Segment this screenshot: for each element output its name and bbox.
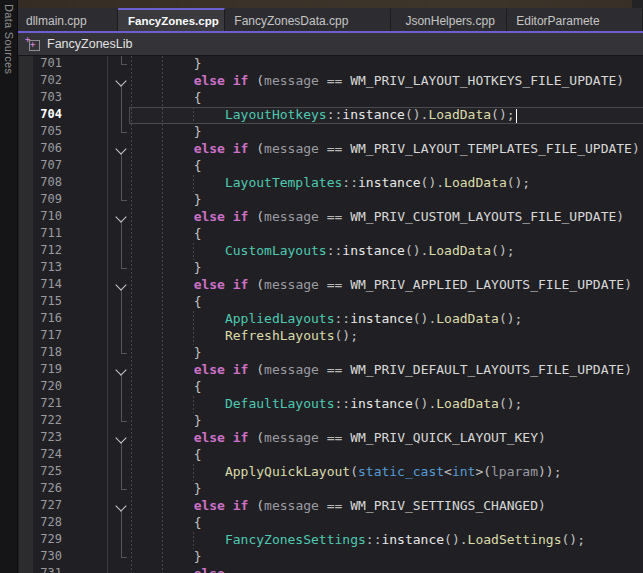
line-number: 721 [33,396,62,410]
code-line-720[interactable]: 720 { [17,379,643,396]
line-number: 717 [33,328,62,342]
line-number: 720 [33,379,62,393]
code-line-713[interactable]: 713 } [17,260,643,277]
code-line-730[interactable]: 730 } [17,549,643,566]
tab-editorparameters[interactable]: EditorParamete [507,8,643,31]
code-text: { [131,379,201,394]
code-text: } [131,192,201,207]
code-line-719[interactable]: 719 else if (message == WM_PRIV_DEFAULT_… [17,362,643,379]
fold-region-line [121,444,127,490]
code-text: LayoutHotkeys::instance().LoadData(); [131,107,517,123]
code-text: } [131,124,201,139]
code-line-710[interactable]: 710 else if (message == WM_PRIV_CUSTOM_L… [17,209,643,226]
code-line-701[interactable]: 701 } [17,56,643,73]
line-number: 713 [33,260,62,274]
side-tool-tab-label: Data Sources [3,4,15,74]
code-line-709[interactable]: 709 } [17,192,643,209]
code-line-727[interactable]: 727 else if (message == WM_PRIV_SETTINGS… [17,498,643,515]
line-number: 728 [33,515,62,529]
line-number: 712 [33,243,62,257]
tab-label: dllmain.cpp [26,14,87,28]
code-line-705[interactable]: 705 } [17,124,643,141]
code-line-718[interactable]: 718 } [17,345,643,362]
line-number: 706 [33,141,62,155]
tab-fancyzonesdata[interactable]: FancyZonesData.cpp [225,8,391,31]
code-line-707[interactable]: 707 { [17,158,643,175]
code-text: else if (message == WM_PRIV_APPLIED_LAYO… [131,277,632,292]
code-text: } [131,56,201,71]
code-text: else if (message == WM_PRIV_LAYOUT_HOTKE… [131,73,624,88]
code-line-723[interactable]: 723 else if (message == WM_PRIV_QUICK_LA… [17,430,643,447]
code-text: LayoutTemplates::instance().LoadData(); [131,175,530,190]
indent-guide-col4 [162,56,163,573]
code-text: AppliedLayouts::instance().LoadData(); [131,311,522,326]
code-text: } [131,549,201,564]
breadcrumb-project: FancyZonesLib [47,37,132,51]
code-line-717[interactable]: 717 RefreshLayouts(); [17,328,643,345]
code-text: else if (message == WM_PRIV_QUICK_LAYOUT… [131,430,546,445]
code-text: { [131,447,201,462]
line-number: 729 [33,532,62,546]
line-number: 707 [33,158,62,172]
code-line-711[interactable]: 711 { [17,226,643,243]
tab-label: JsonHelpers.cpp [405,14,494,28]
code-line-725[interactable]: 725 ApplyQuickLayout(static_cast<int>(lp… [17,464,643,481]
fold-region-line [121,512,127,558]
code-line-704[interactable]: 704 LayoutHotkeys::instance().LoadData()… [17,107,643,124]
code-text: CustomLayouts::instance().LoadData(); [131,243,515,258]
code-text: ApplyQuickLayout(static_cast<int>(lparam… [131,464,562,479]
code-line-715[interactable]: 715 { [17,294,643,311]
line-number: 709 [33,192,62,206]
line-number: 708 [33,175,62,189]
line-number: 701 [33,56,62,70]
tab-jsonhelpers[interactable]: JsonHelpers.cpp [391,8,507,31]
tab-dllmain[interactable]: dllmain.cpp [17,8,118,31]
code-line-712[interactable]: 712 CustomLayouts::instance().LoadData()… [17,243,643,260]
line-number: 730 [33,549,62,563]
breadcrumb[interactable]: + + FancyZonesLib [17,33,643,56]
line-number: 719 [33,362,62,376]
code-line-726[interactable]: 726 } [17,481,643,498]
code-line-716[interactable]: 716 AppliedLayouts::instance().LoadData(… [17,311,643,328]
fold-region-line [121,223,127,269]
line-number: 704 [33,107,62,121]
tab-fancyzones-active[interactable]: FancyZones.cpp [118,8,225,31]
code-line-728[interactable]: 728 { [17,515,643,532]
code-text: FancyZonesSettings::instance().LoadSetti… [131,532,585,547]
window-top-strip [17,0,643,8]
code-line-722[interactable]: 722 } [17,413,643,430]
code-text: RefreshLayouts(); [131,328,358,343]
code-text: } [131,260,201,275]
code-line-702[interactable]: 702 else if (message == WM_PRIV_LAYOUT_H… [17,73,643,90]
code-text: else if (message == WM_PRIV_SETTINGS_CHA… [131,498,546,513]
code-editor[interactable]: 701 }702 else if (message == WM_PRIV_LAY… [17,56,643,573]
top-strip-dark-segment [632,0,643,8]
code-line-714[interactable]: 714 else if (message == WM_PRIV_APPLIED_… [17,277,643,294]
line-number: 731 [33,566,62,573]
text-cursor [516,109,518,123]
code-text: { [131,90,201,105]
code-text: DefaultLayouts::instance().LoadData(); [131,396,522,411]
document-tabbar: dllmain.cpp FancyZones.cpp FancyZonesDat… [17,8,643,33]
code-text: { [131,158,201,173]
code-line-729[interactable]: 729 FancyZonesSettings::instance().LoadS… [17,532,643,549]
code-text: } [131,413,201,428]
line-number: 711 [33,226,62,240]
code-text: { [131,294,201,309]
tab-label: EditorParamete [516,14,599,28]
code-line-721[interactable]: 721 DefaultLayouts::instance().LoadData(… [17,396,643,413]
indent-guide-col0 [131,56,132,573]
code-line-708[interactable]: 708 LayoutTemplates::instance().LoadData… [17,175,643,192]
code-line-703[interactable]: 703 { [17,90,643,107]
code-line-724[interactable]: 724 { [17,447,643,464]
code-line-706[interactable]: 706 else if (message == WM_PRIV_LAYOUT_T… [17,141,643,158]
fold-region-line [121,56,127,65]
code-text: } [131,345,201,360]
line-number: 714 [33,277,62,291]
code-text: else [131,566,225,573]
side-tool-tab-data-sources[interactable]: Data Sources [0,0,18,573]
code-text: else if (message == WM_PRIV_CUSTOM_LAYOU… [131,209,624,224]
line-number: 726 [33,481,62,495]
main-column: dllmain.cpp FancyZones.cpp FancyZonesDat… [17,0,643,573]
code-line-731[interactable]: 731 else [17,566,643,573]
